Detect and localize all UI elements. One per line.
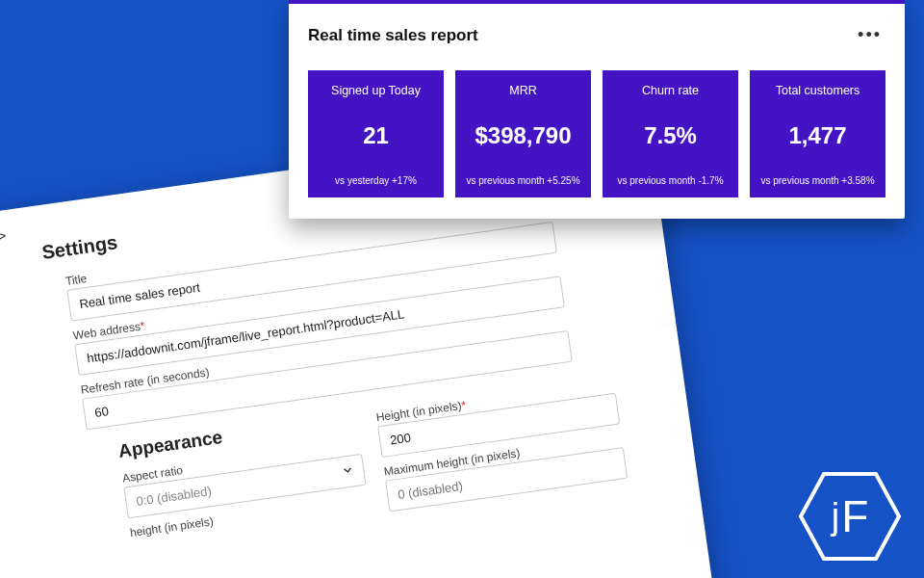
stat-value: 7.5%: [644, 122, 697, 149]
stat-label: Signed up Today: [331, 84, 421, 97]
stat-value: $398,790: [475, 122, 571, 149]
report-title: Real time sales report: [308, 26, 478, 45]
jf-logo: jF: [797, 470, 903, 563]
report-card: Real time sales report ••• Signed up Tod…: [289, 0, 905, 219]
stat-mrr: MRR $398,790 vs previous month +5.25%: [455, 70, 591, 197]
stat-label: Total customers: [776, 84, 860, 97]
stat-value: 21: [363, 122, 389, 149]
stat-compare: vs previous month +5.25%: [466, 175, 579, 186]
height-required: *: [460, 398, 467, 412]
url-required: *: [140, 319, 146, 333]
stat-compare: vs previous month -1.7%: [617, 175, 723, 186]
logo-j: j: [832, 496, 839, 538]
appearance-col-left: Appearance Aspect ratio 0:0 (disabled) h…: [117, 407, 371, 548]
stat-row: Signed up Today 21 vs yesterday +17% MRR…: [308, 70, 886, 197]
more-menu-icon[interactable]: •••: [854, 21, 886, 49]
stat-value: 1,477: [788, 122, 846, 149]
stat-customers: Total customers 1,477 vs previous month …: [750, 70, 886, 197]
report-header: Real time sales report •••: [308, 21, 886, 49]
jf-logo-text: jF: [797, 470, 903, 563]
stat-label: Churn rate: [642, 84, 699, 97]
appearance-col-right: Height (in pixels)* Maximum height (in p…: [375, 378, 628, 512]
stat-label: MRR: [509, 84, 536, 97]
stat-signed-up: Signed up Today 21 vs yesterday +17%: [308, 70, 444, 197]
stat-compare: vs previous month +3.58%: [760, 175, 874, 186]
logo-f: F: [841, 490, 868, 542]
stat-compare: vs yesterday +17%: [335, 175, 417, 186]
stat-churn: Churn rate 7.5% vs previous month -1.7%: [603, 70, 738, 197]
